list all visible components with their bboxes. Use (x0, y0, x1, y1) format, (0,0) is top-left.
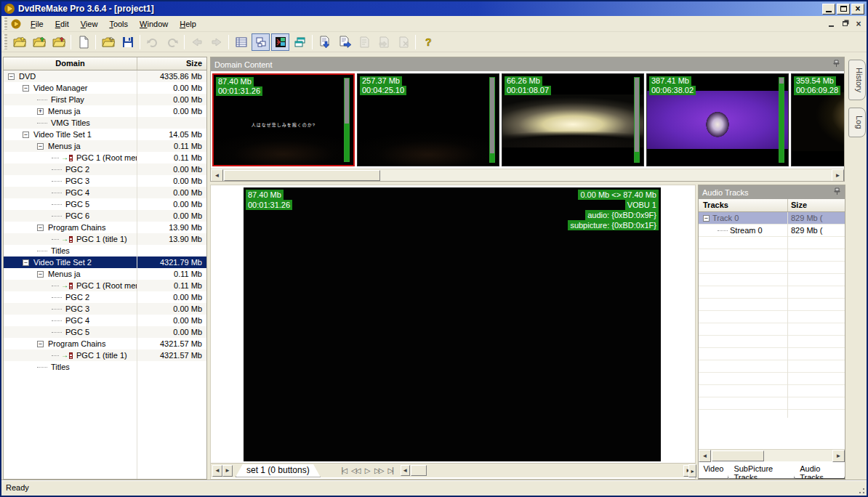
tree-row[interactable]: −Program Chains4321.57 Mb (4, 338, 206, 349)
column-header-domain[interactable]: Domain (4, 57, 137, 70)
new-document-button[interactable] (74, 33, 92, 51)
collapse-icon[interactable]: − (37, 341, 44, 347)
domain-content-thumbnail[interactable]: 387.41 Mb00:06:38.02 (646, 73, 789, 166)
tab-scroll-right-icon[interactable]: ► (222, 465, 233, 477)
tree-row[interactable]: PGC 40.00 Mb (4, 315, 206, 326)
tree-row[interactable]: Titles (4, 245, 206, 256)
tree-row[interactable]: −Video Title Set 24321.79 Mb (4, 256, 206, 268)
pin-icon[interactable] (832, 60, 840, 69)
menubar-gripper[interactable] (4, 17, 7, 30)
tab-video[interactable]: Video (698, 463, 728, 479)
mdi-minimize-button[interactable] (825, 19, 837, 29)
scroll-right-icon[interactable]: ► (832, 169, 844, 182)
tree-row[interactable]: PGC 50.00 Mb (4, 198, 206, 210)
domain-content-thumbnail[interactable]: 257.37 Mb00:04:25.10 (357, 73, 499, 166)
scrollbar-thumb[interactable] (712, 450, 764, 461)
tabs-scroll-right-icon[interactable]: ► (688, 464, 696, 477)
column-header-size[interactable]: Size (788, 199, 845, 211)
export-down-button[interactable] (316, 33, 334, 51)
collapse-icon[interactable]: − (703, 215, 710, 222)
collapse-icon[interactable]: − (37, 225, 44, 231)
tree-row[interactable]: PGC 30.00 Mb (4, 175, 206, 187)
menu-view[interactable]: View (75, 17, 104, 31)
tree-row[interactable]: PGC 40.00 Mb (4, 187, 206, 198)
menu-tools[interactable]: Tools (103, 17, 134, 31)
tree-row[interactable]: Titles (4, 361, 206, 373)
toolbar-gripper[interactable] (4, 34, 7, 50)
tree-row[interactable]: →PGC 1 (Root menu)0.11 Mb (4, 152, 206, 163)
tree-row[interactable]: −Video Title Set 114.05 Mb (4, 129, 206, 140)
close-button[interactable]: × (851, 4, 864, 15)
tree-row[interactable]: PGC 50.00 Mb (4, 326, 206, 338)
collapse-icon[interactable]: − (37, 271, 44, 278)
tree-row[interactable]: −Menus ja0.11 Mb (4, 268, 206, 280)
mdi-restore-button[interactable] (839, 19, 851, 29)
tree-row[interactable]: −Menus ja0.11 Mb (4, 140, 206, 152)
scrollbar-thumb[interactable] (224, 170, 380, 181)
collapse-icon[interactable]: − (23, 132, 29, 138)
folder-import-red-button[interactable] (49, 33, 68, 51)
column-header-size[interactable]: Size (137, 57, 206, 70)
tree-row[interactable]: →PGC 1 (title 1)4321.57 Mb (4, 349, 206, 361)
tree-row[interactable]: Stream 0829 Mb ( (699, 225, 845, 237)
resize-grip[interactable] (856, 485, 866, 495)
side-tab-history[interactable]: History (848, 60, 866, 100)
tree-row[interactable]: −DVD4335.86 Mb (4, 70, 206, 82)
thumbnails-view-button[interactable] (252, 33, 270, 51)
tree-row[interactable]: →PGC 1 (title 1)13.90 Mb (4, 233, 206, 245)
last-frame-button[interactable]: ▷| (385, 465, 396, 477)
tree-row[interactable]: −Program Chains13.90 Mb (4, 222, 206, 233)
scroll-left-icon[interactable]: ◄ (211, 169, 223, 182)
collapse-icon[interactable]: − (23, 259, 29, 266)
video-preview[interactable]: 87.40 Mb 00:01:31.26 0.00 Mb <> 87.40 Mb… (244, 187, 661, 461)
cascade-windows-button[interactable] (291, 33, 309, 51)
menu-file[interactable]: File (25, 17, 49, 31)
tree-row[interactable]: −Video Manager0.00 Mb (4, 82, 206, 94)
prev-frame-button[interactable]: ◁◁ (350, 465, 361, 477)
collapse-icon[interactable]: − (23, 85, 29, 92)
collapse-icon[interactable]: − (8, 73, 15, 80)
folder-import-yellow-button[interactable] (10, 33, 28, 51)
scroll-right-icon[interactable]: ► (832, 450, 845, 462)
frame-scrollbar-thumb[interactable] (411, 465, 427, 476)
domain-content-thumbnail[interactable]: 人はなぜ悲しみを抱くのか?87.40 Mb00:01:31.26 (212, 73, 355, 166)
help-button[interactable]: ? (419, 33, 437, 51)
tree-row[interactable]: →PGC 1 (Root menu)0.11 Mb (4, 280, 206, 291)
thumbnails-scrollbar[interactable]: ◄ ► (211, 169, 844, 181)
play-button[interactable]: ▷ (361, 465, 373, 477)
tree-row[interactable]: PGC 60.00 Mb (4, 210, 206, 222)
scroll-left-icon[interactable]: ◄ (699, 450, 711, 462)
first-frame-button[interactable]: |◁ (338, 465, 350, 477)
audio-scrollbar[interactable]: ◄ ► (699, 449, 845, 461)
project-window-icon[interactable] (10, 18, 22, 30)
tree-row[interactable]: −Track 0829 Mb ( (699, 212, 845, 225)
tree-row[interactable]: PGC 30.00 Mb (4, 303, 206, 315)
tab-subpicture-tracks[interactable]: SubPicture Tracks (728, 463, 795, 479)
tree-row[interactable]: PGC 20.00 Mb (4, 291, 206, 303)
menu-window[interactable]: Window (134, 17, 174, 31)
pin-icon[interactable] (833, 187, 841, 197)
tab-scroll-left-icon[interactable]: ◄ (212, 465, 222, 477)
collapse-icon[interactable]: − (37, 143, 44, 150)
tree-row[interactable]: First Play0.00 Mb (4, 94, 206, 105)
next-frame-button[interactable]: ▷▷ (373, 465, 385, 477)
tree-row[interactable]: +Menus ja0.00 Mb (4, 105, 206, 117)
open-project-button[interactable] (99, 33, 117, 51)
domain-content-thumbnail[interactable]: 359.54 Mb00:06:09.28 (791, 73, 844, 166)
tree-row[interactable]: VMG Titles (4, 117, 206, 129)
side-tab-log[interactable]: Log (848, 108, 866, 137)
tab-audio-tracks[interactable]: Audio Tracks (795, 463, 845, 479)
preview-pane-button[interactable] (271, 33, 289, 51)
menu-set-tab[interactable]: set 1 (0 buttons) (236, 464, 321, 477)
mdi-close-button[interactable]: × (853, 19, 864, 29)
export-right-button[interactable] (335, 33, 353, 51)
minimize-button[interactable] (822, 4, 835, 15)
domain-content-thumbnail[interactable]: 66.26 Mb00:01:08.07 (502, 73, 644, 166)
folder-import-green-button[interactable] (30, 33, 48, 51)
menu-edit[interactable]: Edit (49, 17, 75, 31)
frame-scroll-left-icon[interactable]: ◄ (401, 465, 410, 476)
save-project-button[interactable] (118, 33, 137, 51)
menu-help[interactable]: Help (174, 17, 202, 31)
tree-row[interactable]: PGC 20.00 Mb (4, 163, 206, 175)
column-header-tracks[interactable]: Tracks (699, 199, 788, 211)
